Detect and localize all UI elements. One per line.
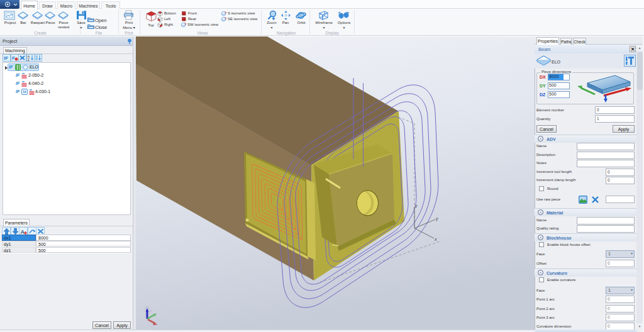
- svg-text:A: A: [21, 229, 25, 235]
- svg-text:F: F: [12, 55, 15, 61]
- svg-text:z: z: [414, 204, 418, 208]
- svg-text:y: y: [435, 216, 438, 221]
- svg-text:x: x: [434, 237, 437, 241]
- svg-text:Z: Z: [27, 58, 30, 62]
- svg-text:IF: IF: [4, 55, 8, 61]
